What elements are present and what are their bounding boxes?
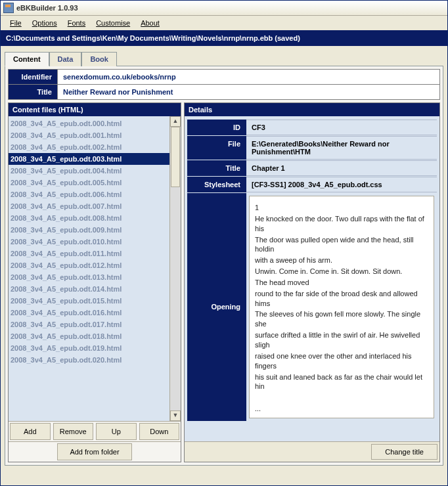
change-title-button[interactable]: Change title (371, 444, 437, 460)
file-list-item[interactable]: 2008_3v4_A5_epub.odt.008.html (9, 212, 169, 224)
content-files-pane: Content files (HTML) 2008_3v4_A5_epub.od… (8, 102, 181, 462)
title-bar: eBKBuilder 1.0.93 (1, 1, 447, 16)
details-table: ID CF3 File E:\Generated\Books\Neither R… (187, 119, 437, 422)
tab-content[interactable]: Content (5, 52, 49, 66)
file-buttons-row2: Add from folder (9, 441, 181, 462)
add-from-folder-button[interactable]: Add from folder (57, 443, 131, 460)
tab-region: Content Data Book Identifier senexdomum.… (1, 46, 447, 466)
menu-customise[interactable]: Customise (91, 18, 135, 28)
file-list-item[interactable]: 2008_3v4_A5_epub.odt.013.html (9, 271, 169, 283)
file-list-item[interactable]: 2008_3v4_A5_epub.odt.000.html (9, 118, 169, 129)
details-bottom-strip: Change title (185, 441, 439, 462)
scroll-up-button[interactable]: ▲ (170, 116, 181, 127)
menu-file[interactable]: File (5, 18, 27, 28)
app-window: eBKBuilder 1.0.93 File Options Fonts Cus… (0, 0, 448, 486)
tab-book[interactable]: Book (81, 52, 117, 66)
file-list-item[interactable]: 2008_3v4_A5_epub.odt.001.html (9, 129, 169, 141)
up-button[interactable]: Up (96, 423, 137, 440)
file-list-item[interactable]: 2008_3v4_A5_epub.odt.012.html (9, 259, 169, 271)
file-list-item[interactable]: 2008_3v4_A5_epub.odt.002.html (9, 141, 169, 153)
details-head: Details (185, 103, 439, 116)
title-label: Title (9, 85, 58, 100)
file-list-item[interactable]: 2008_3v4_A5_epub.odt.007.html (9, 200, 169, 212)
tabs: Content Data Book (5, 51, 443, 66)
file-list[interactable]: 2008_3v4_A5_epub.odt.000.html2008_3v4_A5… (9, 116, 169, 421)
file-list-item[interactable]: 2008_3v4_A5_epub.odt.015.html (9, 295, 169, 307)
down-button[interactable]: Down (139, 423, 180, 440)
file-list-scrollbar[interactable]: ▲ ▼ (169, 116, 181, 421)
file-list-item[interactable]: 2008_3v4_A5_epub.odt.006.html (9, 188, 169, 200)
panes: Content files (HTML) 2008_3v4_A5_epub.od… (8, 102, 440, 462)
det-id-label: ID (187, 120, 246, 135)
opening-text: 1He knocked on the door. Two dull raps w… (249, 196, 434, 418)
identifier-value[interactable]: senexdomum.co.uk/ebooks/nrnp (58, 70, 440, 85)
remove-button[interactable]: Remove (53, 423, 94, 440)
content-files-head: Content files (HTML) (9, 103, 181, 116)
det-opening-label: Opening (187, 193, 246, 421)
menu-bar: File Options Fonts Customise About (1, 16, 447, 30)
file-list-item[interactable]: 2008_3v4_A5_epub.odt.005.html (9, 177, 169, 188)
det-file-value: E:\Generated\Books\Neither Reward nor Pu… (246, 136, 437, 160)
app-icon (3, 3, 14, 13)
file-list-item[interactable]: 2008_3v4_A5_epub.odt.018.html (9, 330, 169, 342)
det-title-value: Chapter 1 (246, 160, 437, 176)
tab-data[interactable]: Data (49, 52, 82, 66)
file-buttons-row1: Add Remove Up Down (9, 421, 181, 441)
file-list-wrap: 2008_3v4_A5_epub.odt.000.html2008_3v4_A5… (9, 116, 181, 421)
add-button[interactable]: Add (10, 423, 51, 440)
window-title: eBKBuilder 1.0.93 (16, 4, 78, 12)
scroll-down-button[interactable]: ▼ (170, 410, 181, 421)
file-list-item[interactable]: 2008_3v4_A5_epub.odt.016.html (9, 307, 169, 319)
menu-about[interactable]: About (135, 18, 165, 28)
identifier-label: Identifier (9, 70, 58, 85)
details-pane: Details ID CF3 File E:\Generated\Books\N… (184, 102, 440, 462)
menu-options[interactable]: Options (27, 18, 62, 28)
file-list-item[interactable]: 2008_3v4_A5_epub.odt.009.html (9, 224, 169, 236)
file-list-item[interactable]: 2008_3v4_A5_epub.odt.020.html (9, 354, 169, 366)
det-file-label: File (187, 136, 246, 160)
file-list-item[interactable]: 2008_3v4_A5_epub.odt.010.html (9, 236, 169, 248)
tab-panel: Identifier senexdomum.co.uk/ebooks/nrnp … (5, 66, 443, 466)
scroll-thumb[interactable] (171, 127, 180, 187)
file-list-item[interactable]: 2008_3v4_A5_epub.odt.004.html (9, 165, 169, 177)
details-grid: ID CF3 File E:\Generated\Books\Neither R… (185, 116, 439, 441)
file-list-item[interactable]: 2008_3v4_A5_epub.odt.019.html (9, 342, 169, 354)
det-stylesheet-value: [CF3-SS1] 2008_3v4_A5_epub.odt.css (246, 177, 437, 192)
header-table: Identifier senexdomum.co.uk/ebooks/nrnp … (8, 69, 440, 100)
file-list-item[interactable]: 2008_3v4_A5_epub.odt.017.html (9, 319, 169, 330)
file-list-item[interactable]: 2008_3v4_A5_epub.odt.011.html (9, 248, 169, 259)
det-title-label: Title (187, 160, 246, 176)
det-id-value: CF3 (246, 120, 437, 135)
document-path: C:\Documents and Settings\Ken\My Documen… (1, 30, 447, 46)
file-list-item[interactable]: 2008_3v4_A5_epub.odt.014.html (9, 283, 169, 295)
file-list-item[interactable]: 2008_3v4_A5_epub.odt.003.html (9, 153, 169, 165)
menu-fonts[interactable]: Fonts (62, 18, 91, 28)
det-stylesheet-label: Stylesheet (187, 177, 246, 192)
title-value[interactable]: Neither Reward nor Punishment (58, 85, 440, 100)
